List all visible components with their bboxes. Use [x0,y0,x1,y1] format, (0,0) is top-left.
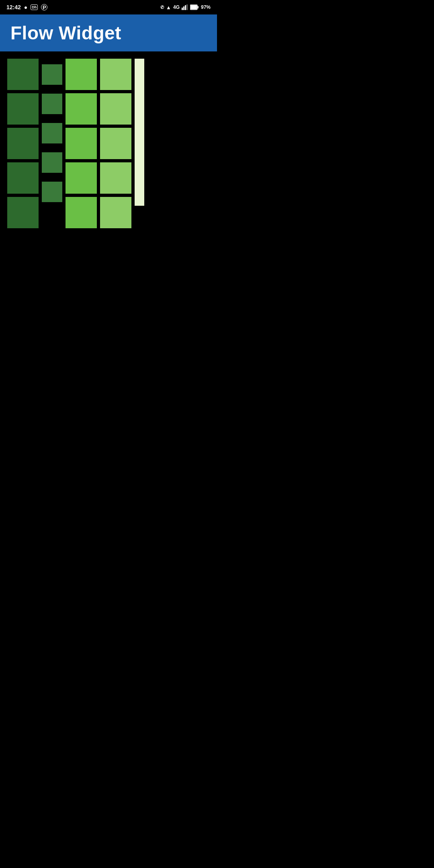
list-item [41,122,63,144]
svg-rect-5 [197,6,199,8]
status-right: ✆ ▲ 4G 97% [160,4,211,10]
list-item [99,196,132,229]
list-item [41,151,63,174]
app-bar: Flow Widget [0,14,217,51]
scrollbar-indicator[interactable] [134,58,145,207]
list-item [6,92,39,125]
wifi-icon: ▲ [166,4,171,10]
list-item [6,58,39,91]
camera-icon: ● [24,4,27,10]
svg-rect-0 [182,8,183,10]
list-item [65,92,98,125]
status-bar: 12:42 ● Dh P ✆ ▲ 4G 97% [0,0,217,14]
flow-column-3 [65,58,98,229]
list-item [99,162,132,194]
list-item [6,127,39,160]
content-area [0,51,217,434]
list-item [65,58,98,91]
svg-rect-2 [185,5,186,10]
svg-rect-6 [190,5,197,9]
parking-icon: P [41,4,47,10]
list-item [41,181,63,203]
signal-icon [182,4,188,10]
call-icon: ✆ [160,5,164,10]
flow-column-4 [99,58,132,229]
status-left: 12:42 ● Dh P [6,4,47,10]
list-item [99,92,132,125]
page-title: Flow Widget [10,22,121,44]
list-item [41,93,63,115]
svg-rect-3 [186,4,188,10]
list-item [41,63,63,86]
list-item [65,127,98,160]
flow-widget [3,55,214,232]
flow-column-2 [41,58,63,229]
svg-rect-1 [183,6,184,10]
battery-icon [190,4,199,10]
list-item [99,127,132,160]
flow-column-5 [134,58,145,229]
list-item [65,162,98,194]
network-label: 4G [173,4,180,10]
list-item [6,196,39,229]
flow-column-1 [6,58,39,229]
dh-icon: Dh [31,4,38,10]
list-item [65,196,98,229]
status-time: 12:42 [6,4,21,10]
list-item [6,162,39,194]
list-item [99,58,132,91]
battery-percent: 97% [201,4,211,10]
